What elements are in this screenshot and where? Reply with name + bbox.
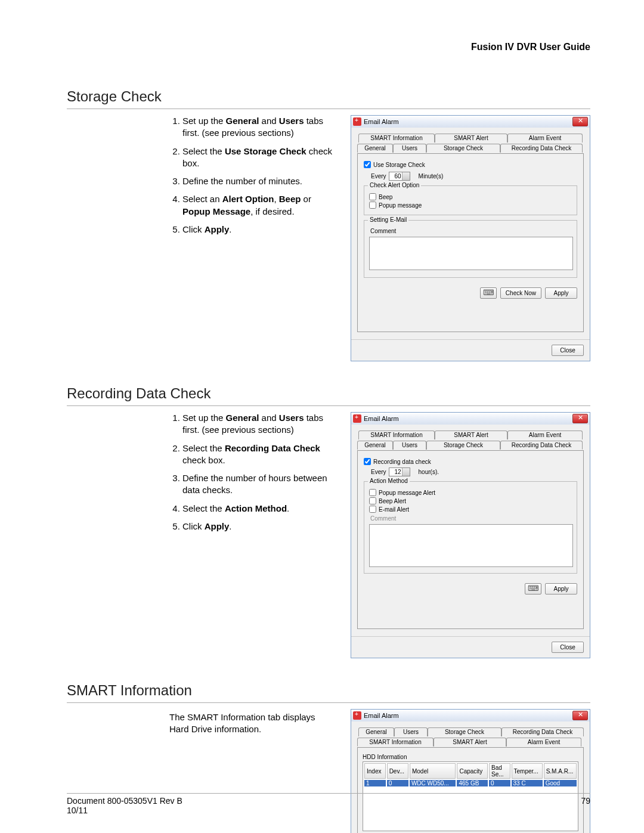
tab-recording-data-check[interactable]: Recording Data Check: [501, 727, 584, 736]
tab-recording-data-check[interactable]: Recording Data Check: [500, 144, 583, 153]
tab-storage-check[interactable]: Storage Check: [426, 144, 500, 153]
tab-pane-storage-check: Use Storage Check Every 60▲▼ Minute(s) C…: [357, 153, 584, 332]
comment-input[interactable]: [369, 524, 573, 567]
action-method-group: Action Method Popup message Alert Beep A…: [364, 481, 577, 574]
tab-users[interactable]: Users: [394, 727, 428, 736]
tab-pane-recording-data-check: Recording data check Every 12▲▼ hour(s).…: [357, 450, 584, 629]
doc-id: Document 800-05305V1 Rev B: [67, 796, 182, 806]
dialog-title: Email Alarm: [364, 118, 399, 125]
section-title: Recording Data Check: [67, 385, 590, 406]
group-title: Check Alert Option: [368, 182, 421, 188]
col-header[interactable]: Temper...: [512, 763, 543, 779]
section-title: Storage Check: [67, 88, 590, 109]
beep-alert-checkbox[interactable]: Beep Alert: [369, 497, 572, 504]
tab-alarm-event[interactable]: Alarm Event: [507, 431, 583, 439]
setting-email-group: Setting E-Mail Comment: [364, 220, 577, 278]
section-title: SMART Information: [67, 682, 590, 703]
tab-users[interactable]: Users: [393, 441, 426, 450]
instructions: Set up the General and Users tabs first.…: [67, 115, 334, 361]
tab-storage-check[interactable]: Storage Check: [426, 441, 500, 450]
check-now-button[interactable]: Check Now: [500, 287, 541, 299]
tab-storage-check[interactable]: Storage Check: [428, 727, 501, 736]
tab-smart-alert[interactable]: SMART Alert: [435, 134, 507, 143]
minutes-stepper[interactable]: 60▲▼: [389, 172, 410, 181]
close-button[interactable]: Close: [552, 345, 584, 356]
step: Select an Alert Option, Beep or Popup Me…: [182, 193, 334, 218]
tab-smart-information[interactable]: SMART Information: [357, 738, 434, 747]
app-icon: [353, 711, 361, 720]
page-number: 79: [581, 796, 590, 815]
hours-stepper[interactable]: 12▲▼: [389, 467, 410, 476]
tab-general[interactable]: General: [358, 727, 394, 736]
beep-checkbox[interactable]: Beep: [369, 193, 572, 200]
step: Select the Recording Data Check check bo…: [182, 442, 334, 467]
email-alarm-dialog-storage: Email Alarm ✕ SMART InformationSMART Ale…: [351, 115, 590, 361]
every-unit: hour(s).: [419, 469, 439, 475]
keyboard-icon[interactable]: [480, 287, 497, 299]
section-recording-data-check: Recording Data Check Set up the General …: [67, 385, 590, 658]
step: Set up the General and Users tabs first.…: [182, 115, 334, 140]
email-alarm-dialog-recording: Email Alarm ✕ SMART InformationSMART Ale…: [351, 412, 590, 658]
dialog-titlebar: Email Alarm ✕: [351, 413, 590, 425]
step: Select the Use Storage Check check box.: [182, 145, 334, 170]
apply-button[interactable]: Apply: [545, 583, 577, 594]
col-header[interactable]: Model: [410, 763, 456, 779]
step: Define the number of minutes.: [182, 175, 334, 187]
close-icon[interactable]: ✕: [572, 117, 588, 126]
popup-message-checkbox[interactable]: Popup message: [369, 202, 572, 209]
instructions: Set up the General and Users tabs first.…: [67, 412, 334, 658]
close-button[interactable]: Close: [552, 642, 584, 653]
hdd-info-label: HDD Information: [363, 754, 578, 760]
tab-users[interactable]: Users: [393, 144, 426, 153]
tab-smart-alert[interactable]: SMART Alert: [435, 431, 507, 439]
recording-data-check-checkbox[interactable]: Recording data check: [364, 458, 577, 465]
comment-input[interactable]: [369, 237, 573, 270]
page-footer: Document 800-05305V1 Rev B 10/11 79: [67, 793, 590, 815]
comment-label: Comment: [370, 515, 572, 522]
tab-smart-information[interactable]: SMART Information: [358, 431, 435, 439]
keyboard-icon[interactable]: [525, 583, 541, 594]
apply-button[interactable]: Apply: [545, 287, 577, 299]
step: Define the number of hours between data …: [182, 472, 334, 497]
close-icon[interactable]: ✕: [572, 711, 588, 720]
check-alert-option-group: Check Alert Option Beep Popup message: [364, 185, 577, 215]
step: Click Apply.: [182, 224, 334, 236]
checkbox-label: Use Storage Check: [373, 162, 425, 168]
every-label: Every: [371, 173, 386, 179]
doc-date: 10/11: [67, 806, 182, 815]
group-title: Setting E-Mail: [368, 216, 408, 223]
page-header: Fusion IV DVR User Guide: [67, 42, 590, 52]
col-header[interactable]: Index: [364, 763, 386, 779]
group-title: Action Method: [368, 478, 410, 484]
col-header[interactable]: Bad Se...: [489, 763, 510, 779]
every-label: Every: [371, 469, 386, 475]
table-row[interactable]: 10WDC WD50...465 GB033 CGood: [364, 780, 577, 786]
col-header[interactable]: Dev...: [387, 763, 408, 779]
col-header[interactable]: S.M.A.R...: [544, 763, 577, 779]
close-icon[interactable]: ✕: [572, 414, 588, 423]
popup-alert-checkbox[interactable]: Popup message Alert: [369, 489, 572, 496]
tab-smart-information[interactable]: SMART Information: [358, 134, 435, 143]
app-icon: [353, 117, 361, 126]
dialog-title: Email Alarm: [364, 712, 399, 719]
tab-general[interactable]: General: [357, 441, 393, 450]
tab-pane-smart-info: HDD Information IndexDev...ModelCapacity…: [357, 747, 584, 833]
app-icon: [353, 414, 361, 423]
step: Select the Action Method.: [182, 503, 334, 515]
tab-general[interactable]: General: [357, 144, 393, 153]
tab-smart-alert[interactable]: SMART Alert: [434, 738, 506, 747]
tab-recording-data-check[interactable]: Recording Data Check: [500, 441, 583, 450]
comment-label: Comment: [370, 228, 572, 234]
dialog-title: Email Alarm: [364, 415, 399, 422]
dialog-titlebar: Email Alarm ✕: [351, 710, 590, 721]
email-alert-checkbox[interactable]: E-mail Alert: [369, 506, 572, 513]
use-storage-check-checkbox[interactable]: Use Storage Check: [364, 161, 577, 168]
dialog-titlebar: Email Alarm ✕: [351, 116, 590, 128]
tab-alarm-event[interactable]: Alarm Event: [506, 738, 581, 747]
step: Click Apply.: [182, 521, 334, 532]
step: Set up the General and Users tabs first.…: [182, 412, 334, 436]
every-unit: Minute(s): [419, 173, 444, 179]
tab-alarm-event[interactable]: Alarm Event: [507, 134, 583, 143]
col-header[interactable]: Capacity: [457, 763, 488, 779]
section-storage-check: Storage Check Set up the General and Use…: [67, 88, 590, 361]
